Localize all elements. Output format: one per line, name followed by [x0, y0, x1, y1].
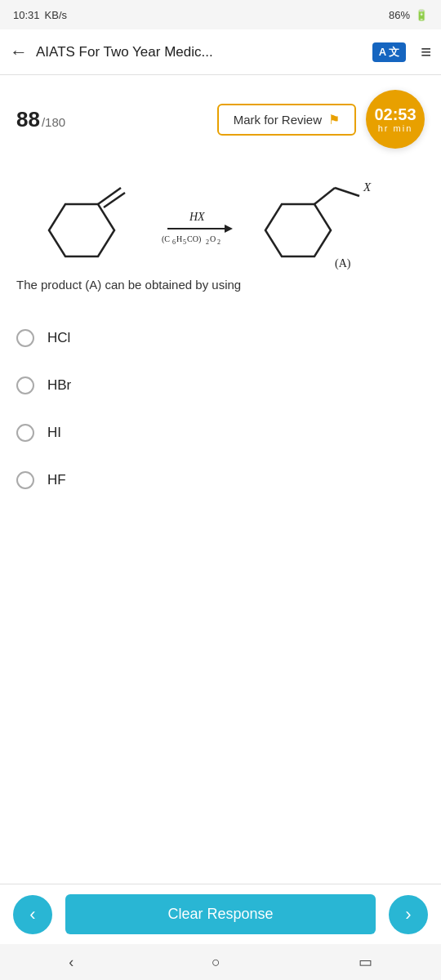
android-recent-button[interactable]: ▭: [342, 947, 389, 978]
mark-for-review-button[interactable]: Mark for Review ⚑: [217, 104, 356, 136]
android-home-button[interactable]: ○: [195, 947, 237, 978]
question-header: 88/180 Mark for Review ⚑ 02:53 hr min: [0, 75, 441, 157]
question-number: 88: [16, 107, 40, 131]
svg-text:(A): (A): [335, 257, 351, 270]
translate-badge[interactable]: A 文: [372, 42, 407, 62]
option-hi-text: HI: [47, 425, 61, 441]
svg-text:5: 5: [183, 238, 186, 246]
timer-label: hr min: [378, 123, 413, 133]
option-hcl[interactable]: HCl: [16, 314, 425, 362]
flag-icon: ⚑: [328, 112, 340, 127]
question-text: The product (A) can be obtained by using: [16, 276, 425, 295]
option-hbr-text: HBr: [47, 377, 71, 394]
svg-line-15: [314, 188, 335, 204]
svg-line-16: [335, 188, 359, 196]
status-left: 10:31 KB/s: [13, 9, 67, 21]
option-hcl-text: HCl: [47, 330, 70, 346]
bottom-navigation: ‹ Clear Response ›: [0, 884, 441, 944]
next-button[interactable]: ›: [389, 895, 428, 934]
svg-marker-0: [49, 204, 114, 256]
network-icon: KB/s: [45, 9, 67, 21]
mark-review-label: Mark for Review: [234, 113, 322, 127]
question-content: HX (C 6 H 5 CO) 2 O 2 X (A) The product …: [0, 157, 441, 295]
radio-hi[interactable]: [16, 424, 34, 442]
android-nav-bar: ‹ ○ ▭: [0, 944, 441, 980]
svg-text:2: 2: [217, 238, 220, 246]
question-total: /180: [42, 115, 65, 129]
options-list: HCl HBr HI HF: [0, 314, 441, 504]
header-title: AIATS For Two Year Medic...: [36, 44, 364, 60]
option-hi[interactable]: HI: [16, 409, 425, 457]
radio-hf[interactable]: [16, 471, 34, 489]
clear-response-button[interactable]: Clear Response: [65, 894, 376, 934]
option-hbr[interactable]: HBr: [16, 362, 425, 409]
svg-line-2: [104, 193, 125, 207]
status-right: 86% 🔋: [389, 9, 428, 21]
svg-text:X: X: [363, 180, 372, 194]
app-header: ← AIATS For Two Year Medic... A 文 ≡: [0, 29, 441, 75]
option-hf-text: HF: [47, 472, 66, 488]
android-back-button[interactable]: ‹: [52, 947, 90, 978]
svg-text:HX: HX: [189, 211, 205, 223]
svg-marker-4: [225, 225, 233, 233]
menu-icon[interactable]: ≡: [421, 42, 431, 63]
prev-button[interactable]: ‹: [13, 895, 52, 934]
svg-text:(C: (C: [162, 234, 170, 244]
question-number-display: 88/180: [16, 107, 65, 132]
battery-display: 86%: [389, 9, 410, 21]
svg-text:CO): CO): [187, 234, 201, 244]
reaction-svg: HX (C 6 H 5 CO) 2 O 2 X (A): [16, 173, 408, 271]
radio-hbr[interactable]: [16, 376, 34, 394]
timer-time: 02:53: [374, 105, 416, 123]
svg-text:6: 6: [172, 238, 176, 246]
reaction-diagram: HX (C 6 H 5 CO) 2 O 2 X (A): [16, 173, 425, 271]
time-display: 10:31: [13, 9, 40, 21]
battery-icon: 🔋: [415, 9, 428, 21]
svg-text:H: H: [176, 234, 182, 243]
back-button[interactable]: ←: [10, 42, 28, 63]
option-hf[interactable]: HF: [16, 457, 425, 504]
radio-hcl[interactable]: [16, 329, 34, 347]
svg-marker-14: [265, 204, 331, 256]
timer-display: 02:53 hr min: [366, 90, 425, 149]
status-bar: 10:31 KB/s 86% 🔋: [0, 0, 441, 29]
svg-line-1: [98, 188, 121, 204]
svg-text:O: O: [210, 234, 216, 243]
svg-text:2: 2: [206, 238, 209, 246]
